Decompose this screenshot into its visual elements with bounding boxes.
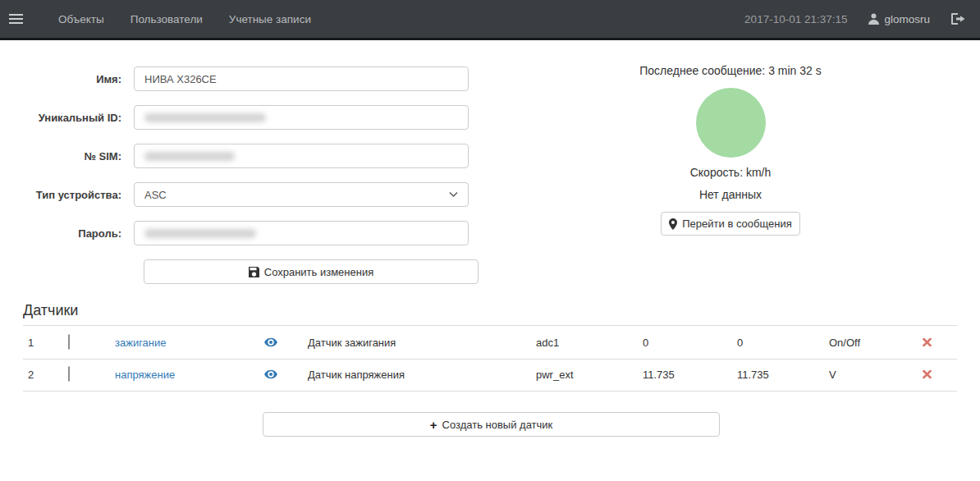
status-panel: Последнее сообщение: 3 min 32 s Скорость… bbox=[628, 64, 833, 236]
user-icon bbox=[868, 13, 879, 25]
navbar-left: Объекты Пользователи Учетные записи bbox=[0, 0, 324, 39]
nav-menu: Объекты Пользователи Учетные записи bbox=[45, 0, 324, 39]
sensor-value-2: 0 bbox=[737, 337, 743, 349]
device-type-label: Тип устройства: bbox=[0, 189, 134, 201]
sensor-units: On/Off bbox=[829, 337, 860, 349]
sensor-value: 0 bbox=[643, 337, 648, 349]
speed-label: Скорость: km/h bbox=[628, 166, 833, 179]
sensor-value-2: 11.735 bbox=[737, 369, 769, 381]
nav-item-users[interactable]: Пользователи bbox=[117, 0, 216, 39]
divider bbox=[23, 325, 957, 326]
sensor-description: Датчик напряжения bbox=[308, 369, 405, 381]
device-type-value: ASC bbox=[144, 189, 167, 201]
form-row-unique-id: Уникальный ID: bbox=[0, 105, 469, 130]
chevron-down-icon bbox=[449, 192, 458, 197]
unique-id-label: Уникальный ID: bbox=[0, 112, 134, 124]
create-sensor-label: Создать новый датчик bbox=[442, 419, 553, 431]
hamburger-menu-icon[interactable] bbox=[9, 11, 30, 27]
sensor-value: 11.735 bbox=[643, 369, 675, 381]
sensor-row: 1 зажигание Датчик зажигания adc1 0 0 On… bbox=[23, 330, 957, 355]
sensor-description: Датчик зажигания bbox=[308, 337, 396, 349]
form-row-name: Имя: bbox=[0, 66, 469, 91]
sensor-checkbox[interactable] bbox=[68, 367, 70, 382]
masked-value bbox=[144, 113, 266, 122]
page: Объекты Пользователи Учетные записи 2017… bbox=[0, 0, 980, 481]
name-label: Имя: bbox=[0, 73, 134, 85]
divider bbox=[23, 359, 957, 360]
datetime-label: 2017-10-01 21:37:15 bbox=[744, 13, 847, 25]
sensor-param: pwr_ext bbox=[536, 369, 574, 381]
username-label: glomosru bbox=[884, 13, 930, 25]
eye-icon[interactable] bbox=[264, 370, 277, 379]
masked-value bbox=[144, 229, 256, 238]
password-label: Пароль: bbox=[0, 227, 134, 240]
go-to-messages-button[interactable]: Перейти в сообщения bbox=[661, 212, 800, 236]
unique-id-input[interactable] bbox=[134, 105, 469, 130]
delete-icon[interactable] bbox=[923, 338, 932, 347]
logout-icon[interactable] bbox=[951, 13, 965, 25]
plus-icon: + bbox=[430, 418, 437, 432]
nav-item-objects[interactable]: Объекты bbox=[45, 0, 117, 39]
sensor-number: 2 bbox=[28, 369, 34, 381]
eye-icon[interactable] bbox=[264, 338, 277, 347]
no-data-label: Нет данных bbox=[628, 188, 833, 201]
divider bbox=[23, 391, 957, 392]
sensor-row: 2 напряжение Датчик напряжения pwr_ext 1… bbox=[23, 362, 957, 387]
device-type-select[interactable]: ASC bbox=[134, 182, 469, 207]
sensor-name-link[interactable]: напряжение bbox=[115, 369, 175, 381]
save-icon bbox=[249, 267, 259, 277]
navbar-right: 2017-10-01 21:37:15 glomosru bbox=[744, 13, 980, 25]
name-input[interactable] bbox=[134, 66, 469, 91]
password-input[interactable] bbox=[134, 221, 469, 245]
nav-item-accounts[interactable]: Учетные записи bbox=[216, 0, 324, 39]
map-marker-icon bbox=[669, 218, 677, 230]
status-circle bbox=[696, 88, 766, 158]
create-sensor-button[interactable]: + Создать новый датчик bbox=[263, 412, 720, 437]
sensor-name-link[interactable]: зажигание bbox=[115, 337, 167, 349]
last-message-label: Последнее сообщение: 3 min 32 s bbox=[628, 64, 833, 77]
user-menu[interactable]: glomosru bbox=[868, 13, 930, 25]
delete-icon[interactable] bbox=[923, 370, 932, 379]
go-to-messages-label: Перейти в сообщения bbox=[682, 218, 791, 230]
sensors-title: Датчики bbox=[23, 302, 78, 319]
sensor-param: adc1 bbox=[536, 337, 559, 349]
form-row-sim: № SIM: bbox=[0, 144, 469, 168]
form-row-device-type: Тип устройства: ASC bbox=[0, 182, 469, 207]
sim-label: № SIM: bbox=[0, 150, 134, 163]
sim-input[interactable] bbox=[134, 144, 469, 168]
navbar: Объекты Пользователи Учетные записи 2017… bbox=[0, 0, 980, 40]
sensor-units: V bbox=[829, 369, 836, 381]
form-row-password: Пароль: bbox=[0, 221, 469, 245]
save-button[interactable]: Сохранить изменения bbox=[144, 259, 479, 284]
sensor-checkbox[interactable] bbox=[68, 335, 70, 350]
masked-value bbox=[144, 152, 235, 161]
sensor-number: 1 bbox=[28, 337, 34, 349]
save-button-label: Сохранить изменения bbox=[264, 266, 374, 278]
